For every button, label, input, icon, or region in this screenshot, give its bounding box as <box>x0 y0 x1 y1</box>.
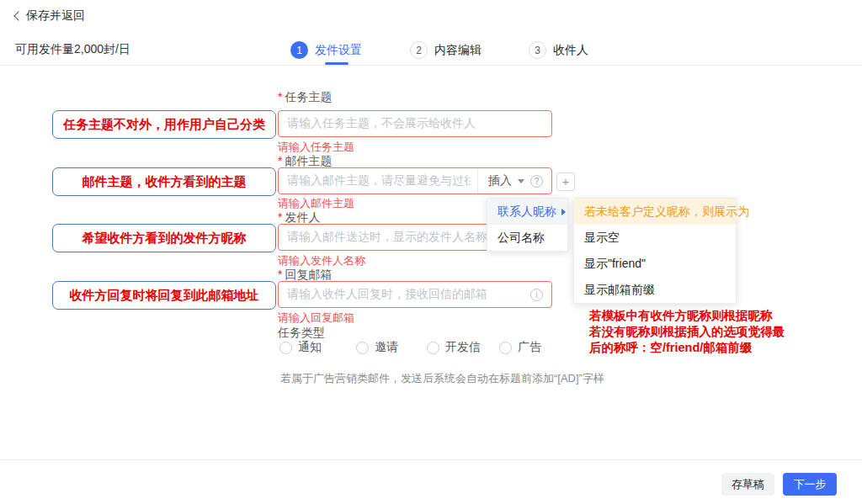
sender-placeholder: 请输入邮件送达时，显示的发件人名称 <box>287 230 487 245</box>
reply-email-placeholder: 请输入收件人回复时，接收回信的邮箱 <box>287 287 487 302</box>
sender-error: 请输入发件人名称 <box>278 253 365 268</box>
reply-email-error: 请输入回复邮箱 <box>278 310 354 326</box>
step-1-number: 1 <box>290 41 308 59</box>
reply-email-input[interactable]: 请输入收件人回复时，接收回信的邮箱 i <box>278 281 552 308</box>
insert-variable-dropdown[interactable]: 插入 ? <box>477 168 551 194</box>
step-3-label: 收件人 <box>553 43 588 58</box>
submenu-header: 若未给客户定义昵称，则展示为 <box>574 199 736 225</box>
radio-icon <box>356 342 369 354</box>
submenu-option-empty[interactable]: 显示空 <box>574 225 736 251</box>
mail-subject-error: 请输入邮件主题 <box>278 196 354 211</box>
step-2-number: 2 <box>410 41 428 59</box>
email-task-setup-page: 保存并返回 可用发件量2,000封/日 1 发件设置 2 内容编辑 3 收件人 … <box>0 0 862 504</box>
task-subject-label: *任务主题 <box>278 90 332 105</box>
mail-subject-input[interactable]: 请输入邮件主题，请尽量避免与过往重复 插入 ? <box>278 167 552 194</box>
chevron-down-icon <box>518 179 524 183</box>
nickname-submenu: 若未给客户定义昵称，则展示为 显示空 显示"friend" 显示邮箱前缀 <box>573 198 737 304</box>
callout-sender: 希望收件方看到的发件方昵称 <box>52 224 276 252</box>
step-3-number: 3 <box>529 41 546 59</box>
task-type-radio-group: 通知 邀请 开发信 广告 <box>279 340 541 355</box>
help-icon[interactable]: ? <box>530 175 543 188</box>
callout-task-subject: 任务主题不对外，用作用户自己分类 <box>52 110 276 139</box>
task-subject-placeholder: 请输入任务主题，不会展示给收件人 <box>287 116 476 131</box>
radio-icon <box>279 342 292 354</box>
submenu-option-friend[interactable]: 显示"friend" <box>574 251 736 277</box>
required-asterisk: * <box>278 154 282 167</box>
nickname-logic-note: 若模板中有收件方昵称则根据昵称 若没有昵称则根据插入的选项觉得最 后的称呼：空/… <box>589 308 842 356</box>
step-content-edit[interactable]: 2 内容编辑 <box>410 41 482 59</box>
back-label: 保存并返回 <box>26 8 85 24</box>
step-2-label: 内容编辑 <box>434 43 482 58</box>
required-asterisk: * <box>278 90 282 103</box>
radio-icon <box>499 342 512 354</box>
header-divider <box>0 65 862 66</box>
menu-item-contact-nickname[interactable]: 联系人昵称 <box>487 199 567 225</box>
radio-notify[interactable]: 通知 <box>279 340 356 355</box>
next-step-button[interactable]: 下一步 <box>783 473 837 496</box>
radio-invite[interactable]: 邀请 <box>356 340 427 355</box>
chevron-left-icon <box>13 11 23 20</box>
radio-outreach[interactable]: 开发信 <box>427 340 499 355</box>
footer-divider <box>0 459 862 460</box>
radio-icon <box>427 342 439 354</box>
info-icon[interactable]: i <box>530 289 543 301</box>
save-draft-button[interactable]: 存草稿 <box>721 473 774 496</box>
menu-item-company-name[interactable]: 公司名称 <box>487 225 567 251</box>
mail-subject-placeholder: 请输入邮件主题，请尽量避免与过往重复 <box>287 173 471 188</box>
radio-ad[interactable]: 广告 <box>499 340 541 355</box>
step-send-settings[interactable]: 1 发件设置 <box>290 41 362 59</box>
task-subject-error: 请输入任务主题 <box>278 140 354 155</box>
save-and-return-link[interactable]: 保存并返回 <box>15 8 85 24</box>
step-1-label: 发件设置 <box>315 43 362 58</box>
required-asterisk: * <box>278 268 282 281</box>
task-type-label: 任务类型 <box>278 326 325 341</box>
task-subject-input[interactable]: 请输入任务主题，不会展示给收件人 <box>278 110 552 137</box>
submenu-arrow-icon <box>561 209 566 215</box>
ad-prefix-note: 若属于广告营销类邮件，发送后系统会自动在标题前添加“[AD]”字样 <box>280 371 604 386</box>
daily-quota-text: 可用发件量2,000封/日 <box>15 42 130 57</box>
callout-reply-email: 收件方回复时将回复到此邮箱地址 <box>52 281 276 310</box>
insert-label: 插入 <box>488 173 512 188</box>
submenu-option-email-prefix[interactable]: 显示邮箱前缀 <box>574 277 736 303</box>
add-subject-button[interactable]: + <box>556 172 575 191</box>
required-asterisk: * <box>278 210 282 224</box>
step-recipients[interactable]: 3 收件人 <box>529 41 588 59</box>
insert-menu: 联系人昵称 公司名称 <box>487 198 568 252</box>
callout-mail-subject: 邮件主题，收件方看到的主题 <box>52 167 276 196</box>
